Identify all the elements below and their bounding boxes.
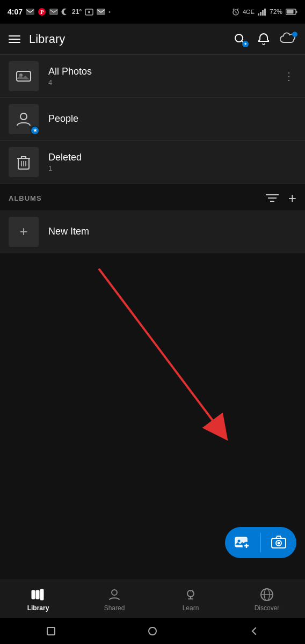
android-nav-bar	[0, 618, 305, 644]
svg-rect-37	[32, 590, 35, 599]
nav-discover-label: Discover	[255, 604, 280, 612]
image-icon	[16, 69, 32, 83]
android-recent-button[interactable]	[35, 622, 67, 640]
people-icon-wrapper: ★	[9, 104, 39, 134]
deleted-icon-wrapper	[9, 147, 39, 177]
cloud-sync-indicator	[292, 32, 297, 37]
header: Library ★	[0, 24, 305, 55]
discover-nav-icon	[259, 587, 274, 602]
back-icon	[249, 626, 259, 636]
svg-point-36	[278, 542, 280, 545]
svg-point-30	[238, 540, 241, 543]
android-back-button[interactable]	[238, 622, 270, 640]
dot-separator: •	[108, 9, 111, 15]
battery-icon	[286, 9, 297, 15]
fab-combined	[225, 527, 296, 558]
albums-sort-button[interactable]	[266, 193, 279, 203]
mail-icon2	[49, 8, 58, 16]
all-photos-text: All Photos 4	[48, 66, 281, 86]
nav-shared-label: Shared	[104, 604, 125, 612]
svg-rect-38	[36, 590, 39, 599]
svg-rect-6	[97, 9, 105, 15]
nav-learn-label: Learn	[183, 604, 199, 612]
svg-point-5	[88, 11, 90, 13]
learn-nav-icon	[183, 587, 198, 602]
people-item[interactable]: ★ People	[0, 98, 305, 141]
svg-text:P: P	[40, 9, 44, 15]
people-icon	[16, 111, 32, 127]
svg-rect-3	[49, 9, 58, 15]
new-item-row[interactable]: + New Item	[0, 210, 305, 253]
new-item-icon-wrapper: +	[9, 217, 39, 247]
status-time: 4:07	[8, 8, 23, 16]
nav-library-label: Library	[27, 604, 49, 612]
svg-point-19	[20, 113, 27, 120]
nav-learn[interactable]: Learn	[152, 580, 229, 618]
svg-rect-0	[26, 9, 34, 15]
add-photo-icon	[235, 535, 251, 550]
all-photos-item[interactable]: All Photos 4 ⋮	[0, 55, 305, 98]
deleted-item[interactable]: Deleted 1	[0, 141, 305, 184]
network-label: 4GE	[243, 9, 255, 15]
bell-icon	[257, 32, 271, 46]
new-item-plus-icon: +	[19, 223, 27, 240]
albums-section-header: ALBUMS +	[0, 184, 305, 210]
svg-rect-47	[47, 627, 55, 635]
albums-actions: +	[266, 191, 296, 205]
svg-line-43	[192, 591, 193, 592]
albums-add-button[interactable]: +	[288, 191, 296, 205]
svg-rect-13	[296, 11, 297, 13]
search-button[interactable]: ★	[233, 32, 247, 46]
all-photos-icon-wrapper	[9, 61, 39, 91]
all-photos-title: All Photos	[48, 66, 281, 77]
svg-rect-11	[264, 9, 266, 16]
shared-nav-icon	[107, 587, 122, 602]
svg-point-40	[112, 590, 117, 595]
svg-rect-14	[287, 10, 294, 14]
deleted-text: Deleted 1	[48, 152, 296, 172]
cloud-button[interactable]	[280, 32, 296, 46]
screenshot-icon	[85, 8, 93, 16]
albums-label: ALBUMS	[9, 194, 42, 202]
people-text: People	[48, 113, 296, 125]
mail-icon3	[97, 8, 105, 16]
signal-icon	[258, 8, 266, 16]
alarm-icon	[232, 8, 239, 16]
battery-text: 72%	[270, 8, 282, 16]
camera-icon	[271, 535, 287, 550]
people-title: People	[48, 113, 296, 125]
svg-rect-17	[17, 71, 31, 81]
home-icon	[148, 626, 157, 636]
new-item-title: New Item	[48, 226, 89, 237]
svg-rect-10	[262, 10, 264, 16]
nav-shared[interactable]: Shared	[76, 580, 152, 618]
temperature: 21°	[72, 8, 82, 16]
status-bar: 4:07 P 21° • 4GE 72%	[0, 0, 305, 24]
svg-rect-9	[260, 12, 262, 16]
fab-area	[225, 527, 296, 558]
svg-point-48	[149, 627, 156, 635]
library-list: All Photos 4 ⋮ ★ People	[0, 55, 305, 184]
menu-button[interactable]	[9, 35, 20, 43]
camera-fab-button[interactable]	[261, 527, 296, 558]
deleted-title: Deleted	[48, 152, 296, 163]
status-left: 4:07 P 21° •	[8, 8, 111, 16]
recent-icon	[46, 626, 56, 636]
android-home-button[interactable]	[137, 622, 168, 640]
gmail-icon	[26, 8, 34, 16]
people-star-badge: ★	[30, 126, 40, 135]
pinterest-icon: P	[38, 8, 46, 16]
dnd-icon	[61, 8, 69, 16]
nav-discover[interactable]: Discover	[229, 580, 305, 618]
all-photos-subtitle: 4	[48, 78, 281, 86]
notifications-button[interactable]	[257, 32, 271, 46]
search-star-badge: ★	[242, 41, 249, 47]
status-right: 4GE 72%	[232, 8, 297, 16]
nav-library[interactable]: Library	[0, 580, 76, 618]
all-photos-more-button[interactable]: ⋮	[281, 68, 296, 85]
deleted-subtitle: 1	[48, 164, 296, 172]
header-title: Library	[29, 32, 224, 46]
svg-line-27	[99, 269, 220, 430]
svg-rect-39	[40, 589, 43, 600]
add-photo-fab-button[interactable]	[225, 527, 260, 558]
